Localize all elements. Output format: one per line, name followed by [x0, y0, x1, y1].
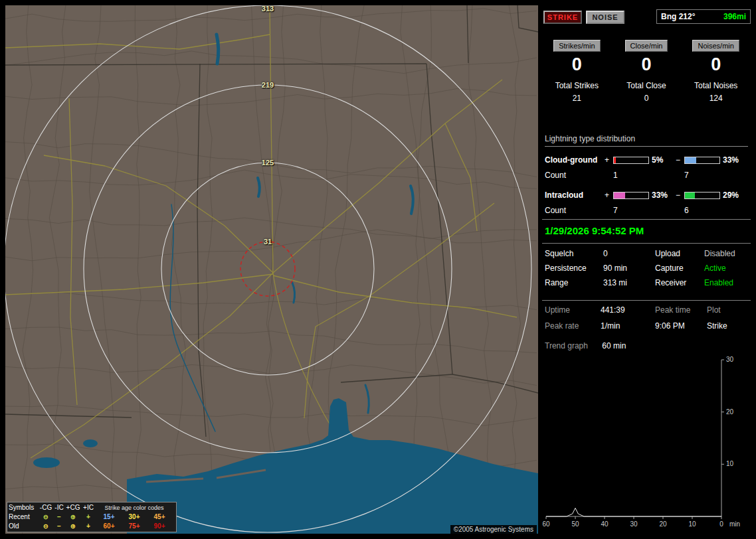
- range-label: Range: [545, 278, 603, 287]
- age-code: 45+: [147, 512, 172, 522]
- legend-symbols-header: Symbols: [9, 503, 39, 512]
- lightning-detector-window: 313 219 125 31 Symbols -CG -IC +CG +IC S…: [0, 0, 756, 539]
- strike-trend-graph: 1020306050403020100min: [542, 354, 751, 532]
- neg-ic-symbol: −: [52, 512, 66, 522]
- noises-per-min-value: 0: [711, 54, 721, 74]
- settings-grid: Squelch 0 Upload Disabled Persistence 90…: [545, 249, 751, 287]
- legend-type-header: +CG: [66, 503, 80, 512]
- neg-cg-symbol: ⊖: [39, 522, 52, 531]
- plus-sign: +: [605, 155, 613, 165]
- ic-positive-bar: [613, 192, 649, 199]
- divider: [542, 300, 751, 301]
- cg-positive-count: 1: [613, 171, 649, 180]
- plot-value: Strike: [707, 321, 751, 331]
- range-ring-label: 313: [262, 5, 274, 13]
- pos-cg-symbol: ⊕: [66, 522, 80, 531]
- strikes-counter: Strikes/min 0 Total Strikes 21: [542, 40, 612, 103]
- ic-negative-bar: [684, 192, 720, 199]
- range-ring-label: 219: [262, 81, 274, 89]
- bearing-label: Bng 212°: [661, 12, 695, 21]
- distribution-title: Lightning type distribution: [545, 134, 748, 147]
- lightning-map[interactable]: 313 219 125 31 Symbols -CG -IC +CG +IC S…: [5, 5, 538, 534]
- age-code: 30+: [122, 512, 147, 522]
- svg-text:60: 60: [542, 520, 550, 528]
- peak-rate-value: 1/min: [601, 321, 655, 331]
- upload-label: Upload: [655, 249, 704, 258]
- legend-age-header: Strike age color codes: [96, 503, 172, 512]
- neg-cg-symbol: ⊖: [39, 512, 52, 522]
- range-ring-label: 125: [262, 159, 274, 167]
- minus-sign: −: [676, 155, 684, 165]
- legend-row-label: Recent: [9, 512, 39, 522]
- receiver-status: Enabled: [704, 278, 751, 287]
- divider: [542, 219, 751, 220]
- noises-per-min-button[interactable]: Noises/min: [692, 40, 739, 52]
- lightning-type-distribution: Lightning type distribution Cloud-ground…: [545, 134, 748, 222]
- legend-type-header: -CG: [39, 503, 52, 512]
- total-close-label: Total Close: [626, 81, 666, 90]
- divider: [542, 243, 751, 244]
- intracloud-row: Intracloud + 33% − 29%: [545, 187, 748, 203]
- total-noises-value: 124: [709, 94, 723, 103]
- svg-text:30: 30: [726, 356, 734, 363]
- intracloud-label: Intracloud: [545, 191, 605, 200]
- neg-ic-symbol: −: [52, 522, 66, 531]
- legend-type-header: +IC: [80, 503, 96, 512]
- age-code: 90+: [147, 522, 172, 531]
- total-strikes-label: Total Strikes: [555, 81, 599, 90]
- age-code: 75+: [122, 522, 147, 531]
- copyright-text: ©2005 Astrogenic Systems: [450, 525, 537, 534]
- rate-counters: Strikes/min 0 Total Strikes 21 Close/min…: [542, 40, 751, 103]
- uptime-label: Uptime: [545, 305, 601, 315]
- intracloud-count-row: Count 7 6: [545, 203, 748, 218]
- svg-text:20: 20: [726, 408, 734, 416]
- strikes-per-min-button[interactable]: Strikes/min: [553, 40, 600, 52]
- close-per-min-value: 0: [641, 54, 651, 74]
- current-datetime: 1/29/2026 9:54:52 PM: [545, 225, 644, 236]
- noises-counter: Noises/min 0 Total Noises 124: [681, 40, 751, 103]
- cg-negative-percent: 33%: [720, 155, 743, 165]
- count-label: Count: [545, 206, 605, 215]
- noise-mode-button[interactable]: NOISE: [586, 11, 624, 24]
- trend-graph-row: Trend graph 60 min: [545, 341, 626, 350]
- total-noises-label: Total Noises: [694, 81, 737, 90]
- pos-cg-symbol: ⊕: [66, 512, 80, 522]
- cloud-ground-row: Cloud-ground + 5% − 33%: [545, 152, 748, 168]
- cloud-ground-count-row: Count 1 7: [545, 168, 748, 183]
- range-ring-label: 31: [264, 238, 272, 246]
- cg-negative-bar: [684, 157, 720, 164]
- cg-positive-percent: 5%: [649, 155, 676, 165]
- receiver-label: Receiver: [655, 278, 704, 287]
- mode-toggle-row: STRIKE NOISE Bng 212° 396mi: [542, 9, 751, 25]
- ic-positive-count: 7: [613, 206, 649, 215]
- upload-status: Disabled: [704, 249, 751, 258]
- svg-text:40: 40: [601, 520, 609, 528]
- squelch-value: 0: [603, 249, 655, 258]
- legend-row-label: Old: [9, 522, 39, 531]
- legend-type-header: -IC: [52, 503, 66, 512]
- svg-text:min: min: [729, 520, 740, 528]
- persistence-label: Persistence: [545, 264, 603, 273]
- bearing-distance: 396mi: [723, 12, 746, 21]
- pos-ic-symbol: +: [80, 512, 96, 522]
- strike-mode-button[interactable]: STRIKE: [543, 11, 582, 24]
- age-code: 15+: [96, 512, 122, 522]
- plus-sign: +: [605, 191, 613, 200]
- svg-text:0: 0: [719, 520, 723, 528]
- cloud-ground-label: Cloud-ground: [545, 155, 605, 165]
- svg-text:10: 10: [688, 520, 696, 528]
- svg-text:20: 20: [659, 520, 667, 528]
- trend-graph-label: Trend graph: [545, 341, 588, 350]
- strikes-per-min-value: 0: [572, 54, 582, 74]
- stats-grid: Uptime 441:39 Peak time Plot Peak rate 1…: [545, 305, 751, 331]
- map-legend: Symbols -CG -IC +CG +IC Strike age color…: [7, 502, 177, 532]
- count-label: Count: [545, 171, 605, 180]
- ic-negative-percent: 29%: [720, 191, 743, 200]
- close-per-min-button[interactable]: Close/min: [625, 40, 668, 52]
- persistence-value: 90 min: [603, 264, 655, 273]
- plot-label: Plot: [707, 305, 751, 315]
- age-code: 60+: [96, 522, 122, 531]
- uptime-value: 441:39: [601, 305, 655, 315]
- cg-negative-count: 7: [684, 171, 720, 180]
- capture-status: Active: [704, 264, 751, 273]
